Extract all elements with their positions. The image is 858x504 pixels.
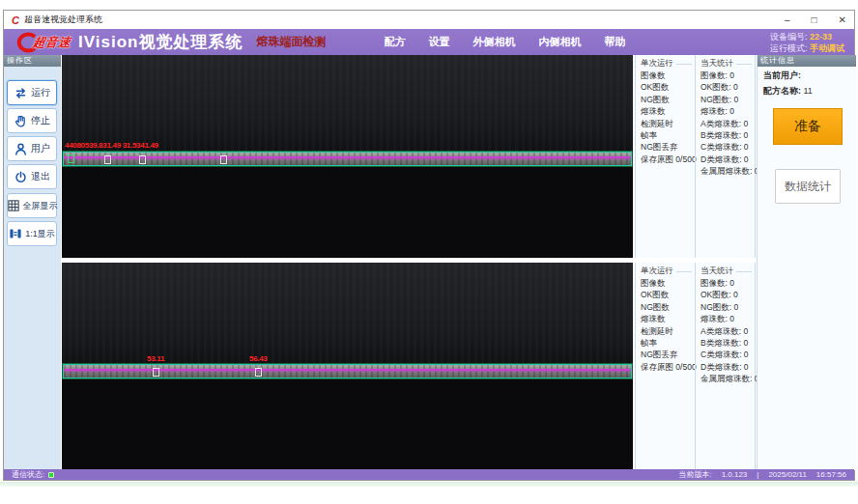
app-header: 超音速 IVision视觉处理系统 熔珠端面检测 配方 设置 外侧相机 内侧相机… bbox=[4, 29, 854, 55]
menu-item-outer-camera[interactable]: 外侧相机 bbox=[472, 35, 515, 49]
power-icon bbox=[14, 170, 28, 184]
desktop: C 超音速视觉处理系统 – □ ✕ 超音速 IVision视觉处理系统 熔珠端面… bbox=[0, 0, 858, 504]
brand-logo: 超音速 bbox=[14, 32, 71, 53]
stat-row: 熔珠数 bbox=[641, 313, 695, 324]
laser-line-overlay bbox=[64, 369, 631, 371]
stat-row: 帧率 bbox=[641, 337, 695, 349]
run-button[interactable]: 运行 bbox=[7, 80, 57, 105]
current-user-label: 当前用户: bbox=[763, 70, 801, 80]
comm-status-indicator bbox=[48, 472, 54, 478]
prepare-button[interactable]: 准备 bbox=[773, 108, 843, 145]
device-info: 设备编号: 22-33 运行模式: 手动调试 bbox=[770, 31, 844, 54]
daily-stats-panel: 当天统计 图像数: 0 OK图数: 0 NG图数: 0 熔珠数: 0 A类熔珠数… bbox=[695, 55, 756, 258]
stat-row: NG图数: 0 bbox=[701, 94, 755, 105]
single-run-title: 单次运行 bbox=[641, 266, 673, 277]
info-panel-title: 统计信息 bbox=[758, 55, 856, 67]
run-icon bbox=[14, 86, 28, 100]
operation-sidebar: 操作区 运行 停止 bbox=[4, 55, 61, 470]
detection-box bbox=[139, 155, 146, 164]
user-button[interactable]: 用户 bbox=[7, 136, 57, 161]
menu-item-inner-camera[interactable]: 内侧相机 bbox=[538, 35, 581, 49]
window-titlebar: C 超音速视觉处理系统 – □ ✕ bbox=[4, 11, 854, 29]
daily-stats-panel: 当天统计 图像数: 0 OK图数: 0 NG图数: 0 熔珠数: 0 A类熔珠数… bbox=[695, 263, 756, 470]
one-to-one-button-label: 1:1显示 bbox=[25, 228, 55, 240]
menu-item-recipe[interactable]: 配方 bbox=[384, 35, 405, 49]
stat-row: NG图丢弃 bbox=[641, 141, 695, 153]
user-button-label: 用户 bbox=[31, 142, 50, 155]
detection-box bbox=[255, 368, 262, 377]
measurement-annotation: 53.11 bbox=[147, 354, 164, 363]
daily-stats-title: 当天统计 bbox=[701, 58, 733, 70]
measurement-annotation: 44080539.831.49 31.5341.49 bbox=[65, 141, 158, 150]
laser-line-overlay bbox=[64, 156, 631, 158]
app-icon: C bbox=[12, 14, 19, 26]
stat-row: 保存原图 0/500 bbox=[641, 154, 695, 165]
version-value: 1.0.123 bbox=[722, 470, 748, 479]
fullscreen-button-label: 全屏显示 bbox=[23, 200, 58, 212]
stop-button-label: 停止 bbox=[31, 114, 50, 127]
image-background bbox=[62, 55, 633, 152]
single-run-panel: 单次运行 图像数 OK图数 NG图数 熔珠数 检测延时 帧率 NG图丢弃 保存原… bbox=[635, 55, 695, 258]
stat-row: B类熔珠数: 0 bbox=[701, 129, 755, 141]
stat-row: 帧率 bbox=[641, 129, 695, 141]
statistics-area: 单次运行 图像数 OK图数 NG图数 熔珠数 检测延时 帧率 NG图丢弃 保存原… bbox=[635, 55, 756, 470]
stat-row: 熔珠数: 0 bbox=[701, 105, 755, 117]
data-statistics-button[interactable]: 数据统计 bbox=[775, 169, 841, 204]
close-button[interactable]: ✕ bbox=[839, 11, 846, 29]
stat-row: A类熔珠数: 0 bbox=[701, 118, 755, 129]
detection-box bbox=[153, 368, 159, 377]
status-date: 2025/02/11 bbox=[768, 470, 806, 479]
app-window: C 超音速视觉处理系统 – □ ✕ 超音速 IVision视觉处理系统 熔珠端面… bbox=[3, 10, 855, 481]
device-id-value: 22-33 bbox=[810, 32, 832, 42]
stat-row: 金属屑熔珠数: 0 bbox=[701, 373, 755, 384]
camera-view-bottom: 53.11 56.43 bbox=[62, 263, 633, 470]
stop-button[interactable]: 停止 bbox=[7, 108, 57, 133]
stat-row: 图像数 bbox=[641, 70, 695, 81]
recipe-name-value: 11 bbox=[804, 86, 813, 96]
stat-row: NG图数: 0 bbox=[701, 301, 755, 313]
info-panel: 统计信息 当前用户: 配方名称: 11 准备 数据统计 bbox=[757, 55, 856, 470]
run-mode-value: 手动调试 bbox=[810, 43, 844, 53]
stat-row: OK图数 bbox=[641, 81, 695, 93]
stat-row: NG图丢弃 bbox=[641, 349, 695, 360]
recipe-name-label: 配方名称: bbox=[763, 86, 801, 96]
run-mode-label: 运行模式: bbox=[770, 43, 808, 53]
stat-row: 检测延时 bbox=[641, 325, 695, 337]
desktop-edge bbox=[0, 482, 858, 487]
stat-row: D类熔珠数: 0 bbox=[701, 154, 755, 165]
camera-viewports: 44080539.831.49 31.5341.49 53.11 56.43 bbox=[61, 55, 634, 470]
weld-bead-strip bbox=[63, 364, 632, 378]
comm-status-label: 通信状态: bbox=[12, 469, 44, 480]
main-content: 操作区 运行 停止 bbox=[4, 55, 854, 470]
menu-item-help[interactable]: 帮助 bbox=[604, 35, 625, 49]
status-divider: | bbox=[757, 470, 758, 479]
minimize-button[interactable]: – bbox=[785, 11, 790, 29]
one-to-one-button[interactable]: 1:1显示 bbox=[7, 221, 57, 246]
stat-row: 检测延时 bbox=[641, 118, 695, 129]
stat-row: OK图数 bbox=[641, 289, 695, 300]
single-run-title: 单次运行 bbox=[641, 58, 673, 70]
exit-button[interactable]: 退出 bbox=[7, 164, 57, 189]
device-id-label: 设备编号: bbox=[770, 32, 808, 42]
window-title: 超音速视觉处理系统 bbox=[24, 14, 102, 26]
stat-row: 保存原图 0/500 bbox=[641, 361, 695, 373]
status-time: 16:57:56 bbox=[816, 470, 846, 479]
daily-stats-title: 当天统计 bbox=[701, 266, 733, 277]
stats-group-top: 单次运行 图像数 OK图数 NG图数 熔珠数 检测延时 帧率 NG图丢弃 保存原… bbox=[635, 55, 756, 258]
stat-row: 熔珠数 bbox=[641, 105, 695, 117]
stats-group-bottom: 单次运行 图像数 OK图数 NG图数 熔珠数 检测延时 帧率 NG图丢弃 保存原… bbox=[635, 263, 756, 470]
sidebar-title: 操作区 bbox=[4, 55, 61, 67]
single-run-panel: 单次运行 图像数 OK图数 NG图数 熔珠数 检测延时 帧率 NG图丢弃 保存原… bbox=[635, 263, 695, 470]
stat-row: 熔珠数: 0 bbox=[701, 313, 755, 324]
fullscreen-button[interactable]: 全屏显示 bbox=[7, 193, 57, 218]
version-label: 当前版本: bbox=[678, 469, 711, 480]
menu-item-settings[interactable]: 设置 bbox=[428, 35, 449, 49]
maximize-button[interactable]: □ bbox=[812, 11, 817, 29]
stat-row: B类熔珠数: 0 bbox=[701, 337, 755, 349]
stop-hand-icon bbox=[14, 114, 28, 128]
stat-row: OK图数: 0 bbox=[701, 81, 755, 93]
measurement-annotation: 56.43 bbox=[249, 354, 268, 363]
app-subtitle: 熔珠端面检测 bbox=[256, 34, 326, 50]
stat-row: D类熔珠数: 0 bbox=[701, 361, 755, 373]
detection-box bbox=[220, 155, 227, 164]
